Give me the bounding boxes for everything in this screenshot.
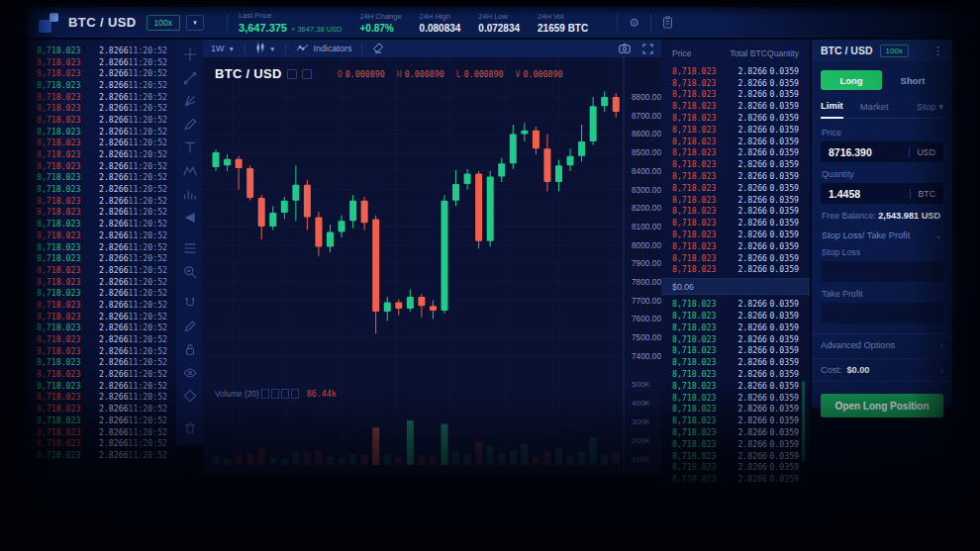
trade-row: 8,718.023 2.826611:20:52 xyxy=(28,368,176,380)
svg-text:8700.00: 8700.00 xyxy=(632,111,661,121)
indicators-icon xyxy=(296,44,309,54)
bid-row[interactable]: 8,718.0232.82660.0359 xyxy=(661,473,810,485)
bid-row[interactable]: 8,718.0232.82660.0359 xyxy=(661,298,810,310)
leverage-badge[interactable]: 100x xyxy=(880,45,909,57)
leverage-badge[interactable]: 100x xyxy=(147,15,180,31)
quantity-input[interactable]: 1.4458 BTC xyxy=(821,183,943,204)
candlestick-chart[interactable]: 8800.008700.008600.008500.008400.008300.… xyxy=(203,57,661,475)
bid-row[interactable]: 8,718.0232.82660.0359 xyxy=(661,404,810,415)
sltp-toggle[interactable]: Stop Loss/ Take Profit ⌄ xyxy=(822,230,942,240)
ask-row[interactable]: 8,718.0232.82660.0359 xyxy=(661,264,810,276)
bid-row[interactable]: 8,718.0232.82660.0359 xyxy=(661,462,810,474)
ask-row[interactable]: 8,718.0232.82660.0359 xyxy=(661,65,810,77)
bid-row[interactable]: 8,718.0232.82660.0359 xyxy=(661,450,810,462)
ask-row[interactable]: 8,718.0232.82660.0359 xyxy=(661,229,810,240)
ask-row[interactable]: 8,718.0232.82660.0359 xyxy=(661,136,810,147)
fullscreen-icon[interactable] xyxy=(642,44,653,54)
tab-limit[interactable]: Limit xyxy=(821,100,843,119)
ask-row[interactable]: 8,718.0232.82660.0359 xyxy=(661,170,810,182)
pair-dropdown-button[interactable]: ▾ xyxy=(186,15,204,31)
price-input[interactable]: 8716.390 USD xyxy=(821,141,943,162)
ask-row[interactable]: 8,718.0232.82660.0359 xyxy=(661,147,810,159)
stop-loss-input[interactable] xyxy=(821,261,943,282)
svg-text:8800.00: 8800.00 xyxy=(632,92,661,102)
ask-row[interactable]: 8,718.0232.82660.0359 xyxy=(661,89,810,101)
bid-row[interactable]: 8,718.0232.82660.0359 xyxy=(661,368,810,380)
bid-row[interactable]: 8,718.0232.82660.0359 xyxy=(661,414,810,426)
edit-drawing-icon[interactable] xyxy=(183,320,197,333)
bid-row[interactable]: 8,718.0232.82660.0359 xyxy=(661,438,810,450)
trade-row: 8,718.023 2.826611:20:52 xyxy=(28,299,176,311)
chart-panel[interactable]: 1W▼ ▼ Indicators xyxy=(203,40,661,475)
gann-fan-icon[interactable] xyxy=(183,94,197,108)
advanced-options-row[interactable]: Advanced Options › xyxy=(821,334,943,356)
brush-icon[interactable] xyxy=(183,118,197,132)
bid-row[interactable]: 8,718.0232.82660.0359 xyxy=(661,392,810,404)
chart-settings-icon[interactable] xyxy=(287,69,297,79)
order-book-panel: Price Total BTC Quantity 8,718.0232.8266… xyxy=(661,40,810,495)
chart-header: BTC / USD O0.000890H0.000890L0.000890V0.… xyxy=(215,66,575,81)
orderbook-scrollbar[interactable] xyxy=(802,381,805,462)
fib-retracement-icon[interactable] xyxy=(183,241,197,255)
long-button[interactable]: Long xyxy=(821,70,882,90)
eraser-button[interactable] xyxy=(372,43,384,55)
svg-text:7800.00: 7800.00 xyxy=(632,277,661,287)
lock-icon[interactable] xyxy=(183,342,197,356)
top-bar: BTC / USD 100x ▾ Last Price 3,647.375+ 3… xyxy=(28,7,975,38)
open-long-position-button[interactable]: Open Long Position xyxy=(821,394,943,417)
chart-toolbar: 1W▼ ▼ Indicators xyxy=(203,40,661,57)
bid-row[interactable]: 8,718.0232.82660.0359 xyxy=(661,380,810,392)
tab-market[interactable]: Market xyxy=(860,101,889,118)
chevron-down-icon: ▼ xyxy=(269,46,275,52)
bid-row[interactable]: 8,718.0232.82660.0359 xyxy=(661,356,810,368)
svg-text:8100.00: 8100.00 xyxy=(632,222,661,231)
ask-row[interactable]: 8,718.0232.82660.0359 xyxy=(661,112,810,124)
xabcd-pattern-icon[interactable] xyxy=(183,164,197,178)
forecast-icon[interactable] xyxy=(183,187,197,201)
trade-row: 8,718.023 2.826611:20:52 xyxy=(28,218,176,230)
gear-icon[interactable]: ⚙ xyxy=(629,17,639,29)
ask-row[interactable]: 8,718.0232.82660.0359 xyxy=(661,194,810,206)
bid-row[interactable]: 8,718.0232.82660.0359 xyxy=(661,426,810,438)
eye-icon[interactable] xyxy=(183,366,197,380)
bid-row[interactable]: 8,718.0232.82660.0359 xyxy=(661,345,810,357)
ask-row[interactable]: 8,718.0232.82660.0359 xyxy=(661,240,810,252)
magnet-icon[interactable] xyxy=(183,296,197,310)
ask-row[interactable]: 8,718.0232.82660.0359 xyxy=(661,100,810,112)
ask-row[interactable]: 8,718.0232.82660.0359 xyxy=(661,77,810,89)
cost-row[interactable]: Cost:$0.00 › xyxy=(812,358,952,382)
timeframe-selector[interactable]: 1W▼ xyxy=(211,44,235,53)
trash-icon[interactable] xyxy=(183,420,197,434)
short-button[interactable]: Short xyxy=(882,75,943,86)
ask-row[interactable]: 8,718.0232.82660.0359 xyxy=(661,252,810,264)
clipboard-icon[interactable] xyxy=(662,16,673,29)
bid-row[interactable]: 8,718.0232.82660.0359 xyxy=(661,321,810,333)
trading-app: BTC / USD 100x ▾ Last Price 3,647.375+ 3… xyxy=(0,0,980,551)
trend-line-icon[interactable] xyxy=(183,71,197,85)
ask-row[interactable]: 8,718.0232.82660.0359 xyxy=(661,124,810,136)
svg-text:500K: 500K xyxy=(632,380,650,389)
cursor-arrow-icon[interactable] xyxy=(183,211,197,225)
kebab-menu-icon[interactable]: ⋮ xyxy=(932,45,943,57)
bid-row[interactable]: 8,718.0232.82660.0359 xyxy=(661,333,810,345)
take-profit-input[interactable] xyxy=(821,303,943,323)
trade-row: 8,718.023 2.826611:20:52 xyxy=(28,403,176,414)
tab-stop[interactable]: Stop ▾ xyxy=(917,101,943,118)
bid-row[interactable]: 8,718.0232.82660.0359 xyxy=(661,310,810,321)
ask-row[interactable]: 8,718.0232.82660.0359 xyxy=(661,158,810,170)
last-price-stat: Last Price 3,647.375+ 3647.38 USD xyxy=(239,11,342,34)
trade-row: 8,718.023 2.826611:20:52 xyxy=(28,437,176,449)
order-form-panel: BTC / USD 100x ⋮ Long Short LimitMarketS… xyxy=(812,40,952,408)
shapes-icon[interactable] xyxy=(183,389,197,403)
ask-row[interactable]: 8,718.0232.82660.0359 xyxy=(661,182,810,194)
indicators-button[interactable]: Indicators xyxy=(296,44,351,54)
candlestick-icon xyxy=(255,43,265,55)
crosshair-icon[interactable] xyxy=(183,47,197,61)
ask-row[interactable]: 8,718.0232.82660.0359 xyxy=(661,206,810,218)
zoom-in-icon[interactable] xyxy=(183,265,197,279)
camera-snapshot-icon[interactable] xyxy=(619,44,631,53)
chart-compare-icon[interactable] xyxy=(302,69,312,79)
chart-type-selector[interactable]: ▼ xyxy=(255,43,275,55)
text-tool-icon[interactable] xyxy=(183,140,197,154)
ask-row[interactable]: 8,718.0232.82660.0359 xyxy=(661,217,810,229)
